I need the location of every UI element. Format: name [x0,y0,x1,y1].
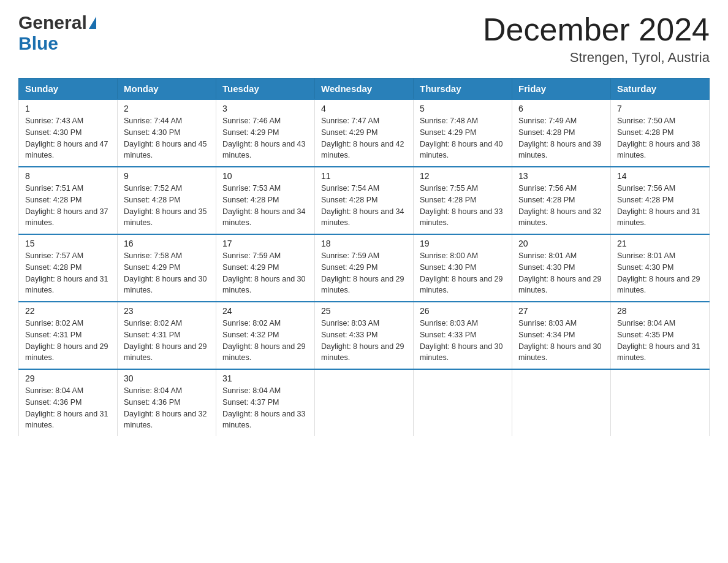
calendar-cell: 18 Sunrise: 7:59 AM Sunset: 4:29 PM Dayl… [315,234,414,302]
calendar-cell: 15 Sunrise: 7:57 AM Sunset: 4:28 PM Dayl… [19,234,118,302]
day-number: 8 [25,171,111,181]
day-number: 22 [25,306,111,316]
day-number: 20 [518,239,604,248]
calendar-table: Sunday Monday Tuesday Wednesday Thursday… [18,78,710,436]
day-info: Sunrise: 8:03 AM Sunset: 4:33 PM Dayligh… [420,318,506,364]
calendar-cell: 20 Sunrise: 8:01 AM Sunset: 4:30 PM Dayl… [512,234,611,302]
day-info: Sunrise: 7:51 AM Sunset: 4:28 PM Dayligh… [25,183,111,229]
calendar-cell: 25 Sunrise: 8:03 AM Sunset: 4:33 PM Dayl… [315,302,414,369]
location-subtitle: Strengen, Tyrol, Austria [483,50,710,66]
calendar-cell: 3 Sunrise: 7:46 AM Sunset: 4:29 PM Dayli… [216,99,315,167]
calendar-cell: 13 Sunrise: 7:56 AM Sunset: 4:28 PM Dayl… [512,167,611,234]
day-number: 23 [124,306,210,316]
header-saturday: Saturday [611,79,710,100]
day-number: 27 [518,306,604,316]
calendar-cell: 9 Sunrise: 7:52 AM Sunset: 4:28 PM Dayli… [118,167,216,234]
calendar-cell [315,369,414,436]
day-number: 29 [25,373,111,383]
day-info: Sunrise: 7:56 AM Sunset: 4:28 PM Dayligh… [518,183,604,229]
calendar-cell: 23 Sunrise: 8:02 AM Sunset: 4:31 PM Dayl… [118,302,216,369]
calendar-cell: 24 Sunrise: 8:02 AM Sunset: 4:32 PM Dayl… [216,302,315,369]
day-info: Sunrise: 7:54 AM Sunset: 4:28 PM Dayligh… [321,183,407,229]
calendar-cell: 22 Sunrise: 8:02 AM Sunset: 4:31 PM Dayl… [19,302,118,369]
day-info: Sunrise: 7:55 AM Sunset: 4:28 PM Dayligh… [420,183,506,229]
day-info: Sunrise: 8:01 AM Sunset: 4:30 PM Dayligh… [518,250,604,296]
calendar-week-1: 1 Sunrise: 7:43 AM Sunset: 4:30 PM Dayli… [19,99,710,167]
calendar-cell: 11 Sunrise: 7:54 AM Sunset: 4:28 PM Dayl… [315,167,414,234]
day-info: Sunrise: 7:46 AM Sunset: 4:29 PM Dayligh… [222,115,308,161]
calendar-week-2: 8 Sunrise: 7:51 AM Sunset: 4:28 PM Dayli… [19,167,710,234]
day-number: 11 [321,171,407,181]
calendar-cell: 27 Sunrise: 8:03 AM Sunset: 4:34 PM Dayl… [512,302,611,369]
day-info: Sunrise: 7:47 AM Sunset: 4:29 PM Dayligh… [321,115,407,161]
calendar-week-5: 29 Sunrise: 8:04 AM Sunset: 4:36 PM Dayl… [19,369,710,436]
day-number: 7 [617,104,703,113]
day-number: 9 [124,171,210,181]
day-info: Sunrise: 7:49 AM Sunset: 4:28 PM Dayligh… [518,115,604,161]
day-number: 26 [420,306,506,316]
logo-general-text: General [18,12,87,33]
day-number: 18 [321,239,407,248]
weekday-header-row: Sunday Monday Tuesday Wednesday Thursday… [19,79,710,100]
day-info: Sunrise: 8:04 AM Sunset: 4:37 PM Dayligh… [222,385,308,431]
day-info: Sunrise: 7:58 AM Sunset: 4:29 PM Dayligh… [124,250,210,296]
day-number: 28 [617,306,703,316]
calendar-cell: 6 Sunrise: 7:49 AM Sunset: 4:28 PM Dayli… [512,99,611,167]
calendar-cell: 17 Sunrise: 7:59 AM Sunset: 4:29 PM Dayl… [216,234,315,302]
day-info: Sunrise: 7:59 AM Sunset: 4:29 PM Dayligh… [321,250,407,296]
day-number: 4 [321,104,407,113]
calendar-cell: 31 Sunrise: 8:04 AM Sunset: 4:37 PM Dayl… [216,369,315,436]
day-info: Sunrise: 7:50 AM Sunset: 4:28 PM Dayligh… [617,115,703,161]
header-tuesday: Tuesday [216,79,315,100]
day-number: 6 [518,104,604,113]
header-monday: Monday [118,79,216,100]
day-info: Sunrise: 7:43 AM Sunset: 4:30 PM Dayligh… [25,115,111,161]
calendar-cell [512,369,611,436]
calendar-cell: 7 Sunrise: 7:50 AM Sunset: 4:28 PM Dayli… [611,99,710,167]
day-info: Sunrise: 7:44 AM Sunset: 4:30 PM Dayligh… [124,115,210,161]
header-sunday: Sunday [19,79,118,100]
header-wednesday: Wednesday [315,79,414,100]
month-title: December 2024 [483,12,710,47]
day-number: 3 [222,104,308,113]
header-friday: Friday [512,79,611,100]
day-info: Sunrise: 7:53 AM Sunset: 4:28 PM Dayligh… [222,183,308,229]
day-number: 14 [617,171,703,181]
day-number: 1 [25,104,111,113]
day-number: 25 [321,306,407,316]
day-number: 17 [222,239,308,248]
calendar-cell: 10 Sunrise: 7:53 AM Sunset: 4:28 PM Dayl… [216,167,315,234]
day-info: Sunrise: 8:04 AM Sunset: 4:35 PM Dayligh… [617,318,703,364]
day-number: 10 [222,171,308,181]
header-thursday: Thursday [414,79,512,100]
calendar-cell: 5 Sunrise: 7:48 AM Sunset: 4:29 PM Dayli… [414,99,512,167]
calendar-cell: 26 Sunrise: 8:03 AM Sunset: 4:33 PM Dayl… [414,302,512,369]
day-number: 24 [222,306,308,316]
day-info: Sunrise: 8:02 AM Sunset: 4:32 PM Dayligh… [222,318,308,364]
day-info: Sunrise: 8:02 AM Sunset: 4:31 PM Dayligh… [25,318,111,364]
logo-blue-text: Blue [18,33,58,53]
calendar-cell: 28 Sunrise: 8:04 AM Sunset: 4:35 PM Dayl… [611,302,710,369]
day-number: 30 [124,373,210,383]
logo-triangle-icon [89,17,96,29]
day-info: Sunrise: 8:04 AM Sunset: 4:36 PM Dayligh… [25,385,111,431]
day-info: Sunrise: 7:52 AM Sunset: 4:28 PM Dayligh… [124,183,210,229]
day-info: Sunrise: 8:04 AM Sunset: 4:36 PM Dayligh… [124,385,210,431]
day-info: Sunrise: 7:57 AM Sunset: 4:28 PM Dayligh… [25,250,111,296]
logo: General Blue [18,12,96,54]
calendar-cell [414,369,512,436]
page-header: General Blue December 2024 Strengen, Tyr… [18,12,710,66]
calendar-week-4: 22 Sunrise: 8:02 AM Sunset: 4:31 PM Dayl… [19,302,710,369]
calendar-cell: 29 Sunrise: 8:04 AM Sunset: 4:36 PM Dayl… [19,369,118,436]
calendar-cell: 2 Sunrise: 7:44 AM Sunset: 4:30 PM Dayli… [118,99,216,167]
day-info: Sunrise: 7:59 AM Sunset: 4:29 PM Dayligh… [222,250,308,296]
calendar-cell: 21 Sunrise: 8:01 AM Sunset: 4:30 PM Dayl… [611,234,710,302]
day-number: 12 [420,171,506,181]
calendar-week-3: 15 Sunrise: 7:57 AM Sunset: 4:28 PM Dayl… [19,234,710,302]
day-info: Sunrise: 8:01 AM Sunset: 4:30 PM Dayligh… [617,250,703,296]
day-info: Sunrise: 8:03 AM Sunset: 4:33 PM Dayligh… [321,318,407,364]
day-info: Sunrise: 8:00 AM Sunset: 4:30 PM Dayligh… [420,250,506,296]
day-info: Sunrise: 7:56 AM Sunset: 4:28 PM Dayligh… [617,183,703,229]
calendar-cell: 8 Sunrise: 7:51 AM Sunset: 4:28 PM Dayli… [19,167,118,234]
title-area: December 2024 Strengen, Tyrol, Austria [483,12,710,66]
